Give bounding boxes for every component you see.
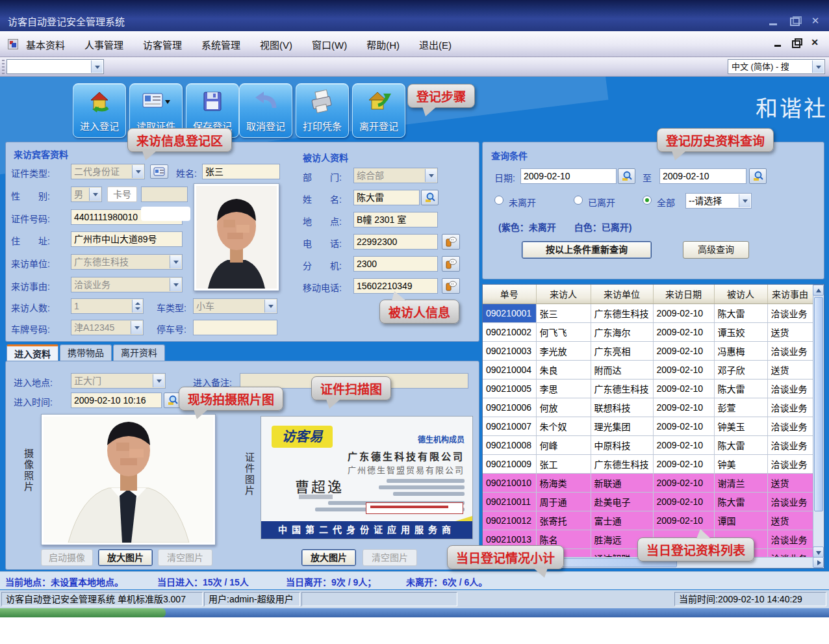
dial-mobile-button[interactable] <box>442 278 460 294</box>
chevron-down-icon[interactable] <box>89 188 101 201</box>
table-cell[interactable]: 赴美电子 <box>591 492 653 511</box>
chevron-down-icon[interactable] <box>153 374 164 387</box>
table-cell[interactable]: 广东海尔 <box>591 322 653 341</box>
child-close-button[interactable]: ✕ <box>810 38 820 48</box>
table-cell[interactable]: 洽谈业务 <box>767 435 813 454</box>
chevron-down-icon[interactable] <box>170 278 181 291</box>
chevron-down-icon[interactable] <box>91 60 103 73</box>
zoom-photo-button[interactable]: 放大图片 <box>98 549 153 566</box>
radio-not-left[interactable] <box>494 196 504 205</box>
table-cell[interactable]: 朱良 <box>536 360 591 379</box>
query-select[interactable]: --请选择 <box>685 193 752 209</box>
menu-visitor-management[interactable]: 访客管理 <box>143 38 182 51</box>
table-cell[interactable]: 2009-02-10 <box>653 417 714 435</box>
scroll-up-icon[interactable] <box>813 285 824 296</box>
menu-help[interactable]: 帮助(H) <box>366 38 400 51</box>
table-cell[interactable]: 何放 <box>536 398 591 417</box>
table-cell[interactable]: 何峰 <box>536 435 591 454</box>
table-cell[interactable]: 090210008 <box>483 435 536 454</box>
table-row[interactable]: 090210011周于通赴美电子2009-02-10陈大雷洽谈业务 <box>483 492 813 511</box>
window-close-button[interactable]: ✕ <box>808 16 823 27</box>
table-cell[interactable]: 谢清兰 <box>714 473 767 492</box>
table-cell[interactable]: 理光集团 <box>591 417 653 435</box>
dial-phone-button[interactable] <box>442 234 460 250</box>
table-cell[interactable]: 2009-02-10 <box>653 454 714 473</box>
car-type-combo[interactable]: 小车 <box>193 298 277 314</box>
radio-all[interactable] <box>643 196 652 205</box>
table-cell[interactable]: 朱个奴 <box>536 417 591 435</box>
chevron-down-icon[interactable] <box>812 60 824 73</box>
clear-photo-button[interactable]: 清空图片 <box>158 549 212 566</box>
date-to-input[interactable]: 2009-02-10 <box>659 168 746 184</box>
table-row[interactable]: 090210012张寄托富士通2009-02-10谭国送货 <box>483 511 813 530</box>
table-cell[interactable]: 彭萱 <box>714 398 767 417</box>
phone-input[interactable]: 22992300 <box>353 234 438 250</box>
table-row[interactable]: 090210002何飞飞广东海尔2009-02-10谭玉姣送货 <box>483 322 813 341</box>
vertical-scrollbar[interactable] <box>813 285 824 558</box>
table-cell[interactable]: 李光放 <box>536 341 591 360</box>
table-row[interactable]: 090210009张工广东德生科技2009-02-10钟美洽谈业务 <box>483 454 813 473</box>
vertical-scroll-thumb[interactable] <box>814 297 823 511</box>
unit-combo[interactable]: 广东德生科技 <box>71 254 183 270</box>
table-cell[interactable]: 广东亮相 <box>591 341 653 360</box>
column-header[interactable]: 来访单位 <box>591 285 653 303</box>
table-cell[interactable]: 090210012 <box>483 511 536 530</box>
language-bar[interactable]: 中文 (简体) - 搜 <box>728 59 825 74</box>
table-cell[interactable]: 090210001 <box>483 303 536 322</box>
visitor-count-spinner[interactable]: 1 <box>71 298 144 314</box>
chevron-down-icon[interactable] <box>131 321 142 334</box>
table-cell[interactable]: 090210011 <box>483 492 536 511</box>
table-cell[interactable]: 送货 <box>767 511 813 530</box>
clear-card-button[interactable]: 清空图片 <box>363 549 417 566</box>
menu-hr-management[interactable]: 人事管理 <box>84 38 123 51</box>
plate-combo[interactable]: 津A12345 <box>71 320 144 335</box>
toolband-combo[interactable] <box>6 59 104 74</box>
table-cell[interactable]: 洽谈业务 <box>767 379 813 398</box>
location-input[interactable]: B幢 2301 室 <box>353 212 438 227</box>
table-cell[interactable]: 周于通 <box>536 492 591 511</box>
advanced-query-button[interactable]: 高级查询 <box>683 241 749 259</box>
date-from-input[interactable]: 2009-02-10 <box>520 168 617 184</box>
column-header[interactable]: 来访人 <box>536 285 591 303</box>
leave-register-button[interactable]: 离开登记 <box>352 83 405 138</box>
table-cell[interactable]: 090210006 <box>483 398 536 417</box>
table-cell[interactable]: 洽谈业务 <box>767 530 813 548</box>
table-row[interactable]: 090210004朱良附而达2009-02-10邓子欣送货 <box>483 360 813 379</box>
table-cell[interactable]: 送货 <box>767 360 813 379</box>
zoom-card-button[interactable]: 放大图片 <box>301 549 356 566</box>
ext-input[interactable]: 2300 <box>353 256 438 272</box>
gender-combo[interactable]: 男 <box>71 187 102 202</box>
menu-basic-data[interactable]: 基本资料 <box>26 38 65 51</box>
table-cell[interactable]: 送货 <box>767 473 813 492</box>
table-cell[interactable]: 广东德生科技 <box>591 454 653 473</box>
table-row[interactable]: 090210008何峰中原科技2009-02-10陈大雷洽谈业务 <box>483 435 813 454</box>
card-no-input[interactable] <box>141 187 188 202</box>
table-cell[interactable]: 2009-02-10 <box>653 341 714 360</box>
menu-system-management[interactable]: 系统管理 <box>201 38 240 51</box>
table-cell[interactable]: 090210004 <box>483 360 536 379</box>
chevron-down-icon[interactable] <box>170 255 181 268</box>
enter-register-button[interactable]: 进入登记 <box>73 83 126 138</box>
table-cell[interactable]: 洽谈业务 <box>767 303 813 322</box>
table-cell[interactable]: 洽谈业务 <box>767 492 813 511</box>
enter-place-combo[interactable]: 正大门 <box>71 373 166 389</box>
child-restore-button[interactable] <box>791 38 802 48</box>
table-row[interactable]: 090210001张三广东德生科技2009-02-10陈大雷洽谈业务 <box>483 303 813 322</box>
table-cell[interactable]: 090210005 <box>483 379 536 398</box>
child-minimize-button[interactable] <box>773 38 784 48</box>
table-row[interactable]: 090210007朱个奴理光集团2009-02-10钟美玉洽谈业务 <box>483 417 813 435</box>
table-cell[interactable]: 洽谈业务 <box>767 548 813 557</box>
table-row[interactable]: 090210005李思广东德生科技2009-02-10陈大雷洽谈业务 <box>483 379 813 398</box>
table-cell[interactable]: 何飞飞 <box>536 322 591 341</box>
tab-leave-info[interactable]: 离开资料 <box>113 344 165 361</box>
table-cell[interactable]: 洽谈业务 <box>767 341 813 360</box>
table-cell[interactable]: 2009-02-10 <box>653 322 714 341</box>
table-cell[interactable]: 洽谈业务 <box>767 398 813 417</box>
table-cell[interactable]: 2009-02-10 <box>653 379 714 398</box>
table-cell[interactable]: 李思 <box>536 379 591 398</box>
table-cell[interactable]: 陈大雷 <box>714 303 767 322</box>
dial-ext-button[interactable] <box>442 256 460 272</box>
card-reader-button[interactable] <box>150 164 168 179</box>
table-cell[interactable]: 谭国 <box>714 511 767 530</box>
scroll-down-icon[interactable] <box>813 547 824 558</box>
